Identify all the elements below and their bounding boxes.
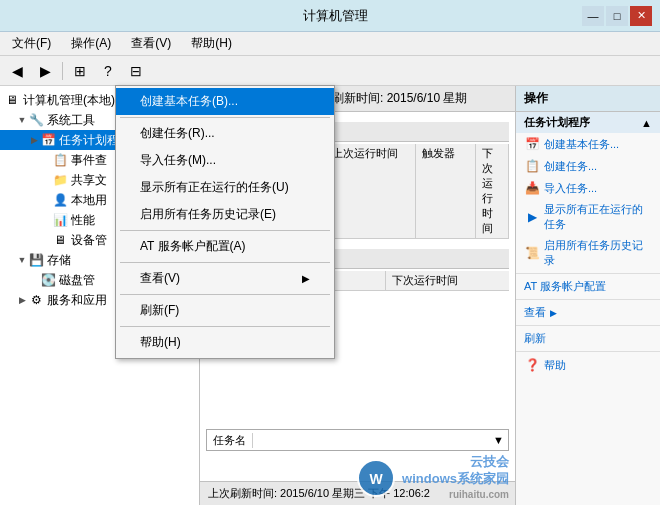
expand-icon: ▼ [16,114,28,126]
expand-icon-storage: ▼ [16,254,28,266]
expand-icon-event [40,154,52,166]
toolbar: ◀ ▶ ⊞ ? ⊟ [0,56,660,86]
title-bar: 计算机管理 — □ ✕ [0,0,660,32]
task-icon: 📅 [40,132,56,148]
import-task-icon: 📥 [524,180,540,196]
action-divider-3 [516,325,660,326]
ctx-show-running[interactable]: 显示所有正在运行的任务(U) [116,174,334,201]
expand-icon-device [40,234,52,246]
watermark: W 云技会 windows系统家园 ruihaitu.com [355,450,515,505]
tools-icon: 🔧 [28,112,44,128]
svg-text:W: W [370,471,384,487]
toolbar-help-button[interactable]: ? [95,59,121,83]
active-col-next: 下次运行时间 [386,271,509,290]
event-icon: 📋 [52,152,68,168]
ctx-sep-1 [120,117,330,118]
ctx-sep-4 [120,294,330,295]
col-trigger: 触发器 [416,144,476,238]
toolbar-minus-button[interactable]: ⊟ [123,59,149,83]
performance-icon: 📊 [52,212,68,228]
minimize-button[interactable]: — [582,6,604,26]
create-basic-icon: 📅 [524,136,540,152]
task-name-label: 任务名 [207,433,253,448]
device-icon: 🖥 [52,232,68,248]
ctx-help[interactable]: 帮助(H) [116,329,334,356]
ctx-import-task[interactable]: 导入任务(M)... [116,147,334,174]
storage-icon: 💾 [28,252,44,268]
watermark-text: 云技会 windows系统家园 ruihaitu.com [402,454,509,501]
action-enable-history[interactable]: 📜 启用所有任务历史记录 [516,235,660,271]
services-icon: ⚙ [28,292,44,308]
col-lastrun: 上次运行时间 [326,144,416,238]
action-create-basic[interactable]: 📅 创建基本任务... [516,133,660,155]
show-running-icon: ▶ [524,209,540,225]
actions-panel: 操作 任务计划程序 ▲ 📅 创建基本任务... 📋 创建任务... 📥 导入任务… [515,86,660,505]
help-icon: ❓ [524,357,540,373]
window-controls: — □ ✕ [582,6,652,26]
toolbar-grid-button[interactable]: ⊞ [67,59,93,83]
action-divider-2 [516,299,660,300]
action-refresh[interactable]: 刷新 [516,328,660,349]
menu-view[interactable]: 查看(V) [123,33,179,54]
action-divider-1 [516,273,660,274]
action-at-service[interactable]: AT 服务帐户配置 [516,276,660,297]
action-help[interactable]: ❓ 帮助 [516,354,660,376]
menu-file[interactable]: 文件(F) [4,33,59,54]
ctx-at-service[interactable]: AT 服务帐户配置(A) [116,233,334,260]
ctx-sep-3 [120,262,330,263]
task-name-input-row: 任务名 ▼ [206,429,509,451]
ctx-view-arrow: ▶ [302,273,310,284]
action-view[interactable]: 查看 ▶ [516,302,660,323]
action-show-running[interactable]: ▶ 显示所有正在运行的任务 [516,199,660,235]
context-menu: 创建基本任务(B)... 创建任务(R)... 导入任务(M)... 显示所有正… [115,85,335,359]
ctx-refresh[interactable]: 刷新(F) [116,297,334,324]
view-arrow-icon: ▶ [550,308,557,318]
enable-history-icon: 📜 [524,245,540,261]
close-button[interactable]: ✕ [630,6,652,26]
toolbar-separator-1 [62,62,63,80]
expand-icon-users [40,194,52,206]
users-icon: 👤 [52,192,68,208]
actions-header: 操作 [516,86,660,112]
window-title: 计算机管理 [88,7,582,25]
ctx-create-task[interactable]: 创建任务(R)... [116,120,334,147]
ctx-view[interactable]: 查看(V) ▶ [116,265,334,292]
action-import-task[interactable]: 📥 导入任务... [516,177,660,199]
maximize-button[interactable]: □ [606,6,628,26]
expand-icon-disk [28,274,40,286]
folder-icon: 📁 [52,172,68,188]
task-name-area: 任务名 ▼ [206,429,509,451]
back-button[interactable]: ◀ [4,59,30,83]
expand-icon-shared [40,174,52,186]
create-task-icon: 📋 [524,158,540,174]
disk-icon: 💽 [40,272,56,288]
ctx-sep-5 [120,326,330,327]
ctx-enable-history[interactable]: 启用所有任务历史记录(E) [116,201,334,228]
ctx-create-basic[interactable]: 创建基本任务(B)... [116,88,334,115]
watermark-logo-icon: W [356,458,396,498]
forward-button[interactable]: ▶ [32,59,58,83]
action-create-task[interactable]: 📋 创建任务... [516,155,660,177]
expand-icon-perf [40,214,52,226]
action-section-title[interactable]: 任务计划程序 ▲ [516,112,660,133]
action-divider-4 [516,351,660,352]
menu-action[interactable]: 操作(A) [63,33,119,54]
menu-help[interactable]: 帮助(H) [183,33,240,54]
ctx-sep-2 [120,230,330,231]
task-name-dropdown[interactable]: ▼ [489,434,508,446]
expand-icon-task: ▶ [28,134,40,146]
menu-bar: 文件(F) 操作(A) 查看(V) 帮助(H) [0,32,660,56]
expand-icon-services: ▶ [16,294,28,306]
computer-icon: 🖥 [4,92,20,108]
col-nextrun: 下次运行时间 [476,144,509,238]
